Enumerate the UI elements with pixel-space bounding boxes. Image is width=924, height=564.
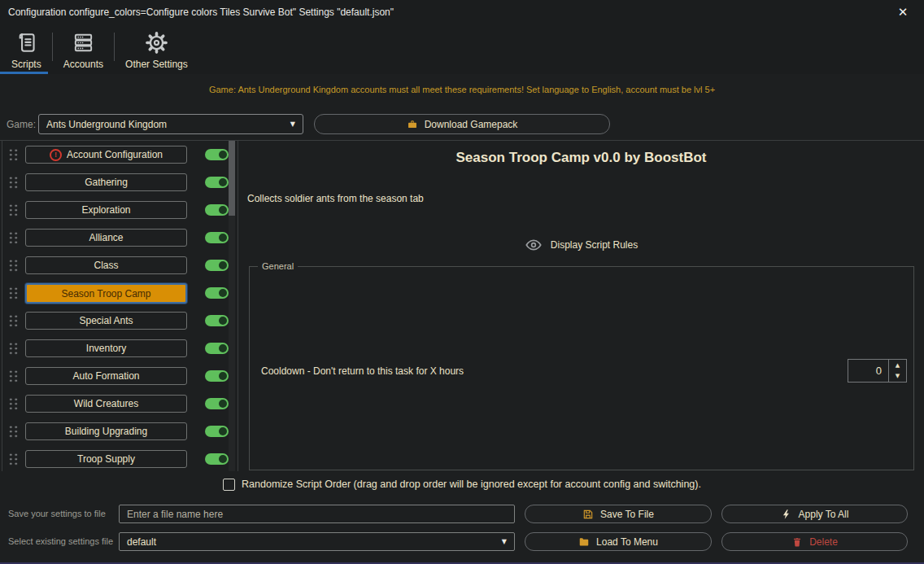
scrollbar-thumb[interactable]	[229, 141, 235, 216]
drag-handle-icon[interactable]	[8, 425, 19, 439]
existing-settings-label: Select existing settings file	[8, 536, 113, 546]
tab-divider	[52, 33, 53, 61]
settings-file-select[interactable]: default ▼	[119, 532, 515, 551]
toggle-special-ants[interactable]	[205, 315, 229, 326]
tab-label: Accounts	[63, 59, 103, 70]
script-button-exploration[interactable]: Exploration	[25, 201, 187, 219]
download-gamepack-label: Download Gamepack	[425, 119, 518, 130]
randomize-row: Randomize Script Order (drag and drop or…	[0, 475, 924, 493]
gear-icon	[145, 29, 168, 55]
game-row: Game: Ants Underground Kingdom ▼ Downloa…	[0, 114, 924, 135]
drag-handle-icon[interactable]	[8, 259, 19, 273]
toggle-account-configuration[interactable]	[205, 149, 229, 160]
drag-handle-icon[interactable]	[8, 369, 19, 383]
cooldown-value[interactable]: 0	[848, 360, 888, 382]
spin-down-button[interactable]: ▼	[889, 371, 906, 383]
drag-handle-icon[interactable]	[8, 342, 19, 356]
tab-scripts[interactable]: Scripts	[3, 24, 50, 74]
drag-handle-icon[interactable]	[8, 314, 19, 328]
load-to-menu-button[interactable]: Load To Menu	[525, 532, 712, 551]
tab-divider	[114, 33, 115, 61]
toggle-knob	[219, 234, 227, 242]
chevron-down-icon: ▼	[502, 538, 507, 545]
script-button-label: Inventory	[86, 343, 126, 354]
alert-icon: !	[50, 149, 62, 161]
apply-to-all-label: Apply To All	[799, 509, 849, 520]
toggle-class[interactable]	[205, 260, 229, 271]
drag-handle-icon[interactable]	[8, 176, 19, 190]
app-window: Configuration configure_colors=Configure…	[0, 0, 924, 564]
script-button-troop-supply[interactable]: Troop Supply	[25, 450, 187, 468]
script-list: !Account ConfigurationGatheringExplorati…	[2, 141, 229, 471]
toggle-knob	[219, 289, 227, 297]
bolt-icon	[781, 509, 792, 520]
drag-handle-icon[interactable]	[8, 231, 19, 245]
toggle-building-upgrading[interactable]	[205, 426, 229, 437]
game-select[interactable]: Ants Underground Kingdom ▼	[38, 114, 303, 134]
script-row: Alliance	[2, 224, 229, 251]
script-button-gathering[interactable]: Gathering	[25, 173, 187, 191]
script-button-label: Building Upgrading	[65, 426, 147, 437]
game-select-value: Ants Underground Kingdom	[46, 119, 167, 130]
close-button[interactable]: ✕	[890, 2, 916, 22]
script-description: Collects soldier ants from the season ta…	[247, 193, 424, 204]
file-name-input[interactable]	[119, 505, 515, 523]
toggle-knob	[219, 178, 227, 186]
tab-label: Scripts	[11, 59, 41, 70]
toggle-season-troop-camp[interactable]	[205, 287, 229, 299]
tab-accounts[interactable]: Accounts	[55, 24, 111, 74]
window-title: Configuration configure_colors=Configure…	[8, 7, 394, 18]
toggle-alliance[interactable]	[205, 232, 229, 243]
toggle-inventory[interactable]	[205, 343, 229, 354]
scroll-icon	[15, 29, 38, 55]
apply-to-all-button[interactable]: Apply To All	[721, 505, 908, 523]
game-label: Game:	[7, 119, 36, 130]
script-row: Class	[2, 251, 229, 279]
cooldown-label: Cooldown - Don't return to this task for…	[261, 365, 464, 377]
spin-up-button[interactable]: ▲	[889, 360, 906, 371]
eye-icon	[525, 236, 543, 254]
randomize-label: Randomize Script Order (drag and drop or…	[242, 479, 701, 490]
script-button-label: Special Ants	[79, 315, 133, 326]
delete-button[interactable]: Delete	[721, 532, 908, 551]
chevron-down-icon: ▼	[290, 120, 295, 128]
script-button-alliance[interactable]: Alliance	[25, 229, 187, 247]
script-button-season-troop-camp[interactable]: Season Troop Camp	[25, 283, 187, 304]
content-area: !Account ConfigurationGatheringExplorati…	[0, 140, 924, 470]
toggle-knob	[219, 261, 227, 269]
toggle-exploration[interactable]	[205, 204, 229, 216]
drag-handle-icon[interactable]	[8, 203, 19, 217]
spinner-buttons: ▲ ▼	[888, 360, 906, 382]
toggle-wild-creatures[interactable]	[205, 398, 229, 409]
tab-other-settings[interactable]: Other Settings	[117, 24, 196, 74]
drag-handle-icon[interactable]	[8, 397, 19, 411]
script-button-label: Alliance	[89, 232, 123, 243]
download-gamepack-button[interactable]: Download Gamepack	[314, 114, 610, 134]
script-button-auto-formation[interactable]: Auto Formation	[25, 367, 187, 385]
script-button-class[interactable]: Class	[25, 256, 187, 274]
script-button-account-configuration[interactable]: !Account Configuration	[25, 146, 187, 164]
script-button-building-upgrading[interactable]: Building Upgrading	[25, 422, 187, 440]
toggle-knob	[219, 151, 227, 159]
script-button-label: Exploration	[81, 204, 130, 216]
drag-handle-icon[interactable]	[8, 286, 19, 300]
script-button-wild-creatures[interactable]: Wild Creatures	[25, 395, 187, 413]
randomize-checkbox[interactable]	[223, 479, 235, 491]
script-button-label: Auto Formation	[72, 370, 139, 382]
script-button-inventory[interactable]: Inventory	[25, 339, 187, 357]
drag-handle-icon[interactable]	[8, 148, 19, 162]
script-button-label: Troop Supply	[77, 453, 135, 465]
toggle-auto-formation[interactable]	[205, 370, 229, 382]
toggle-knob	[219, 317, 227, 325]
save-to-file-button[interactable]: Save To File	[525, 505, 712, 523]
save-to-file-label: Save To File	[600, 509, 654, 520]
toggle-gathering[interactable]	[205, 177, 229, 188]
toggle-troop-supply[interactable]	[205, 453, 229, 465]
toggle-knob	[219, 344, 227, 352]
script-button-special-ants[interactable]: Special Ants	[25, 312, 187, 330]
script-list-scrollbar[interactable]	[229, 141, 235, 471]
general-groupbox: General Cooldown - Don't return to this …	[249, 266, 914, 470]
script-row: Auto Formation	[2, 362, 229, 390]
drag-handle-icon[interactable]	[8, 453, 19, 466]
display-script-rules-button[interactable]: Display Script Rules	[238, 236, 924, 254]
